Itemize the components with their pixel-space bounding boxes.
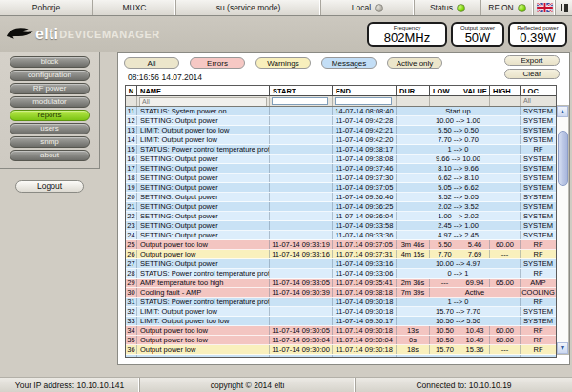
table-row[interactable]: 35Output power too low11-07-14 09:30:041…	[126, 336, 556, 345]
topbar-label: Local	[352, 3, 371, 12]
cell-name: SETTING: Output power	[137, 231, 270, 239]
column-header-low[interactable]: LOW	[430, 86, 460, 96]
cell-end: 11-07-14 09:36:46	[333, 193, 397, 201]
table-row[interactable]: 14LIMIT: Output power low11-07-14 09:42:…	[126, 135, 556, 145]
brand-name: elti	[35, 26, 58, 43]
table-row[interactable]: 34Output power too low11-07-14 09:30:051…	[126, 326, 556, 336]
topbar-label: Pohorje	[32, 3, 60, 12]
green-led-icon	[518, 4, 526, 12]
cell-loc: SYSTEM	[521, 212, 556, 220]
table-row[interactable]: 15STATUS: Power control temperature prot…	[126, 145, 556, 155]
table-row[interactable]: 11STATUS: System power on14-07-14 08:08:…	[126, 107, 556, 116]
table-row[interactable]: 24SETTING: Output power11-07-14 09:33:36…	[126, 231, 556, 240]
table-row[interactable]: 30Cooling fault - AMP11-07-14 09:30:3911…	[126, 288, 556, 298]
sidebar-item-users[interactable]: users	[10, 123, 90, 134]
cell-n: 30	[126, 288, 137, 297]
scroll-up-icon[interactable]: ▲	[557, 106, 568, 117]
cell-n: 29	[126, 279, 137, 287]
cell-value-merged: 10.00 --> 1.00	[397, 116, 521, 125]
cell-loc: RF	[521, 345, 556, 354]
column-header-high[interactable]: HIGH	[490, 86, 521, 96]
table-row[interactable]: 32LIMIT: Output power low11-07-14 09:30:…	[126, 307, 556, 317]
cell-name: SETTING: Output power	[137, 193, 270, 201]
cell-name: SETTING: Output power	[137, 259, 270, 268]
uk-flag-icon[interactable]	[534, 0, 556, 15]
cell-name: LIMIT: Output power too low	[137, 317, 270, 325]
table-row[interactable]: 18SETTING: Output power11-07-14 09:37:30…	[126, 174, 556, 183]
table-row[interactable]: 19SETTING: Output power11-07-14 09:37:05…	[126, 183, 556, 193]
table-row[interactable]: 25Output power too low11-07-14 09:33:191…	[126, 240, 556, 250]
cell-loc: SYSTEM	[521, 107, 556, 115]
table-row[interactable]: 21SETTING: Output power11-07-14 09:36:25…	[126, 202, 556, 212]
sidebar-item-about[interactable]: about	[10, 150, 90, 161]
sidebar-item-reports[interactable]: reports	[10, 110, 90, 121]
table-row[interactable]: 27SETTING: Output power11-07-14 09:33:16…	[126, 259, 556, 269]
scroll-down-icon[interactable]: ▼	[557, 342, 568, 354]
tab-errors[interactable]: Errors	[190, 57, 245, 69]
cell-start	[270, 298, 333, 306]
logout-button[interactable]: Logout	[15, 180, 84, 193]
cell-name: SETTING: Output power	[137, 164, 270, 173]
column-header-dur[interactable]: DUR	[397, 86, 430, 96]
cell-end: 11-07-14 09:33:16	[333, 259, 397, 268]
table-row[interactable]: 22SETTING: Output power11-07-14 09:36:04…	[126, 212, 556, 221]
topbar-item-local[interactable]: Local	[321, 0, 415, 15]
column-header-name[interactable]: NAME	[137, 86, 270, 96]
name-filter-dropdown[interactable]: All	[139, 97, 267, 106]
tab-all[interactable]: All	[124, 57, 179, 69]
cell-n: 11	[126, 107, 137, 115]
column-header-start[interactable]: START	[270, 86, 333, 96]
table-row[interactable]: 12SETTING: Output power11-07-14 09:42:28…	[126, 116, 556, 126]
scrollbar-thumb[interactable]	[558, 131, 568, 186]
export-button[interactable]: Export	[504, 55, 560, 66]
vertical-scrollbar[interactable]: ▲ ▼	[557, 105, 569, 355]
cell-value-merged: 2.02 --> 3.52	[397, 202, 521, 211]
table-row[interactable]: 23SETTING: Output power11-07-14 09:33:58…	[126, 221, 556, 231]
clear-button[interactable]: Clear	[504, 69, 560, 79]
cell-n: 18	[126, 174, 137, 182]
tab-active-only[interactable]: Active only	[387, 57, 442, 69]
sidebar-item-rf-power[interactable]: RF power	[10, 83, 90, 94]
cell-loc: RF	[521, 269, 556, 278]
sidebar-item-configuration[interactable]: configuration	[10, 70, 90, 81]
column-header-loc[interactable]: LOC	[521, 86, 556, 96]
sidebar-item-block[interactable]: block	[10, 56, 90, 68]
column-header-end[interactable]: END	[333, 86, 397, 96]
sidebar: blockconfigurationRF powermodulatorrepor…	[0, 52, 112, 375]
table-row[interactable]: 17SETTING: Output power11-07-14 09:37:46…	[126, 164, 556, 174]
table-row[interactable]: 13LIMIT: Output power too low11-07-14 09…	[126, 126, 556, 135]
start-filter-input[interactable]	[272, 97, 328, 105]
cell-n: 21	[126, 202, 137, 211]
tab-warnings[interactable]: Warnings	[255, 57, 311, 69]
cell-name: AMP temperature too high	[137, 279, 270, 287]
loc-filter-dropdown[interactable]: All	[521, 96, 556, 106]
sidebar-item-modulator[interactable]: modulator	[10, 96, 90, 108]
sidebar-item-snmp[interactable]: snmp	[10, 136, 90, 148]
cell-value: 10.43	[460, 326, 490, 335]
table-row[interactable]: 33LIMIT: Output power too low11-07-14 09…	[126, 317, 556, 326]
cell-value: 15.36	[460, 345, 490, 354]
column-header-n[interactable]: N	[126, 86, 137, 96]
cell-name: Output power low	[137, 250, 270, 258]
table-row[interactable]: 16SETTING: Output power11-07-14 09:38:08…	[126, 155, 556, 164]
cell-name: LIMIT: Output power too low	[137, 126, 270, 134]
cell-value-merged: 2.45 --> 1.00	[397, 221, 521, 230]
table-row[interactable]: 28STATUS: Power control temperature prot…	[126, 269, 556, 279]
table-row[interactable]: 31STATUS: Power control temperature prot…	[126, 298, 556, 307]
footer-copyright: copyright © 2014 elti	[140, 378, 356, 392]
topbar-item-status[interactable]: Status	[415, 0, 481, 15]
table-row[interactable]: 29AMP temperature too high11-07-14 09:33…	[126, 279, 556, 288]
table-row[interactable]: 36Output power low11-07-14 09:30:0011.07…	[126, 345, 556, 355]
table-row[interactable]: 26Output power low11-07-14 09:33:1611.07…	[126, 250, 556, 259]
cell-end: 11.07.14 09:37:05	[333, 240, 397, 249]
pause-icon[interactable]	[556, 0, 572, 15]
column-header-value[interactable]: VALUE	[460, 86, 490, 96]
cell-high: 65.00	[490, 279, 521, 287]
tab-messages[interactable]: Messages	[321, 57, 377, 69]
table-row[interactable]: 37SETTING: Output power11-07-14 09:29:54…	[126, 355, 556, 357]
cell-name: SETTING: Output power	[137, 202, 270, 211]
topbar-item-rf-on[interactable]: RF ON	[481, 0, 534, 15]
topbar-label: Status	[430, 3, 453, 12]
table-row[interactable]: 20SETTING: Output power11-07-14 09:36:46…	[126, 193, 556, 202]
end-filter-input[interactable]	[335, 97, 392, 105]
